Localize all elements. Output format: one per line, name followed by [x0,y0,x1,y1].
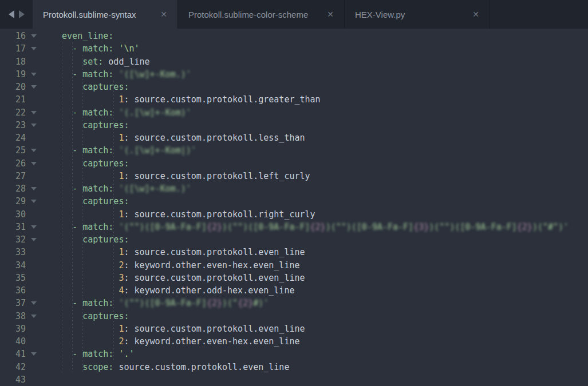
tab-protokoll-sublime-color-scheme[interactable]: Protokoll.sublime-color-scheme✕ [178,0,345,29]
fold-spacer [26,323,52,335]
code-line[interactable]: 22 - match: '(.[\w]+-Kom)' [0,106,588,119]
code-line[interactable]: 43 [0,373,588,386]
code-line[interactable]: 38 captures: [0,310,588,323]
fold-spacer [26,272,52,284]
code-text: 2: keyword.other.even-hex.even_line [52,259,299,272]
tab-close-icon[interactable]: ✕ [472,10,479,19]
code-text: - match: '\n' [52,42,140,55]
sublime-text-window: Protokoll.sublime-syntax✕Protokoll.subli… [0,0,588,386]
code-text: - match: '.' [52,348,135,360]
line-number: 37 [0,297,26,309]
fold-arrow-icon[interactable] [26,68,52,81]
fold-arrow-icon[interactable] [26,81,52,93]
fold-spacer [26,93,52,106]
fold-arrow-icon[interactable] [26,106,52,119]
fold-arrow-icon[interactable] [26,348,52,360]
code-line[interactable]: 23 captures: [0,119,588,132]
code-text: captures: [52,233,129,246]
line-number: 38 [0,310,26,323]
fold-arrow-icon[interactable] [26,233,52,246]
fold-arrow-icon[interactable] [26,182,52,195]
code-text: 3: source.custom.protokoll.even_line [52,272,305,284]
line-number: 22 [0,106,26,119]
code-line[interactable]: 27 1: source.custom.protokoll.left_curly [0,170,588,182]
code-line[interactable]: 32 captures: [0,233,588,246]
code-line[interactable]: 36 4: keyword.other.odd-hex.even_line [0,284,588,297]
code-line[interactable]: 16 even_line: [0,30,588,42]
code-line[interactable]: 30 1: source.custom.protokoll.right_curl… [0,208,588,221]
code-text: 4: keyword.other.odd-hex.even_line [52,284,294,297]
code-line[interactable]: 37 - match: '("")([0-9A-Fa-F]{2})("{2}#)… [0,297,588,309]
code-line[interactable]: 17 - match: '\n' [0,42,588,55]
code-line[interactable]: 21 1: source.custom.protokoll.greater_th… [0,93,588,106]
code-text: set: odd_line [52,55,150,68]
line-number: 29 [0,195,26,208]
code-text: - match: '("")([0-9A-Fa-F]{2})("")([0-9A… [52,221,569,233]
fold-arrow-icon[interactable] [26,119,52,132]
fold-arrow-icon[interactable] [26,195,52,208]
fold-arrow-icon[interactable] [26,157,52,170]
code-text: captures: [52,195,129,208]
code-line[interactable]: 18 set: odd_line [0,55,588,68]
code-line[interactable]: 34 2: keyword.other.even-hex.even_line [0,259,588,272]
line-number: 34 [0,259,26,272]
line-number: 25 [0,144,26,157]
indent-guide [72,42,73,372]
fold-arrow-icon[interactable] [26,221,52,233]
code-line[interactable]: 39 1: source.custom.protokoll.even_line [0,323,588,335]
line-number: 24 [0,132,26,144]
code-text: - match: '(.[\w]+-Kom|)' [52,144,196,157]
tab-close-icon[interactable]: ✕ [160,10,167,19]
code-text: captures: [52,157,129,170]
code-line[interactable]: 41 - match: '.' [0,348,588,360]
editor-lines: 16 even_line:17 - match: '\n'18 set: odd… [0,30,588,386]
code-line[interactable]: 25 - match: '(.[\w]+-Kom|)' [0,144,588,157]
code-line[interactable]: 24 1: source.custom.protokoll.less_than [0,132,588,144]
line-number: 43 [0,373,26,386]
fold-spacer [26,55,52,68]
line-number: 32 [0,233,26,246]
tab-close-icon[interactable]: ✕ [327,10,334,19]
code-text: 2: keyword.other.even-hex.even_line [52,335,299,348]
code-line[interactable]: 40 2: keyword.other.even-hex.even_line [0,335,588,348]
code-line[interactable]: 20 captures: [0,81,588,93]
fold-spacer [26,361,52,373]
line-number: 26 [0,157,26,170]
line-number: 21 [0,93,26,106]
code-line[interactable]: 19 - match: '([\w]+-Kom.)' [0,68,588,81]
fold-arrow-icon[interactable] [26,310,52,323]
fold-spacer [26,170,52,182]
code-text: captures: [52,81,129,93]
tab-label: HEX-View.py [355,10,405,19]
fold-arrow-icon[interactable] [26,30,52,42]
code-editor[interactable]: 16 even_line:17 - match: '\n'18 set: odd… [0,29,588,386]
indent-guide [62,42,62,372]
fold-spacer [26,259,52,272]
code-line[interactable]: 26 captures: [0,157,588,170]
fold-spacer [26,132,52,144]
history-forward-icon[interactable] [19,10,25,18]
code-text: even_line: [52,30,113,42]
line-number: 18 [0,55,26,68]
line-number: 33 [0,246,26,258]
fold-spacer [26,208,52,221]
code-line[interactable]: 28 - match: '([\w]+-Kom.)' [0,182,588,195]
tab-hex-view-py[interactable]: HEX-View.py✕ [345,0,490,29]
fold-arrow-icon[interactable] [26,297,52,309]
fold-spacer [26,335,52,348]
line-number: 27 [0,170,26,182]
tab-strip: Protokoll.sublime-syntax✕Protokoll.subli… [33,0,588,29]
tab-protokoll-sublime-syntax[interactable]: Protokoll.sublime-syntax✕ [33,0,178,29]
code-line[interactable]: 31 - match: '("")([0-9A-Fa-F]{2})("")([0… [0,221,588,233]
code-line[interactable]: 29 captures: [0,195,588,208]
code-line[interactable]: 33 1: source.custom.protokoll.even_line [0,246,588,258]
fold-arrow-icon[interactable] [26,144,52,157]
fold-arrow-icon[interactable] [26,42,52,55]
line-number: 30 [0,208,26,221]
line-number: 41 [0,348,26,360]
code-line[interactable]: 35 3: source.custom.protokoll.even_line [0,272,588,284]
tab-nav-arrows [0,0,33,29]
history-back-icon[interactable] [9,10,14,18]
line-number: 19 [0,68,26,81]
code-line[interactable]: 42 scope: source.custom.protokoll.even_l… [0,361,588,373]
